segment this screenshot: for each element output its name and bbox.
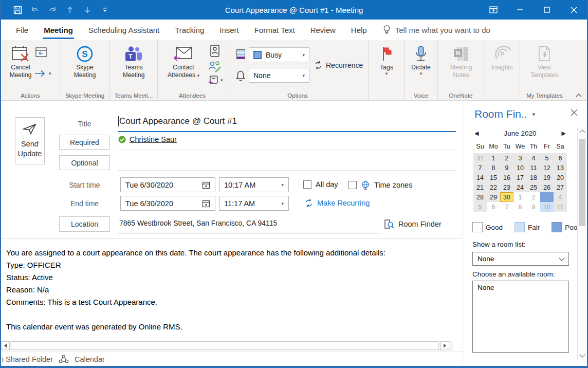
customize-qat-icon[interactable]	[100, 5, 110, 15]
collapse-ribbon-icon[interactable]	[576, 93, 582, 97]
save-icon[interactable]	[12, 5, 23, 15]
move-down-icon[interactable]	[82, 5, 93, 15]
start-time-input[interactable]: 10:17 AM ▾	[219, 177, 289, 192]
calendar-day[interactable]: 29	[487, 192, 500, 202]
ribbon-tab[interactable]: Review	[303, 20, 343, 40]
calendar-day[interactable]: 10	[540, 202, 554, 212]
check-names-icon[interactable]	[208, 60, 222, 73]
panel-dropdown-caret[interactable]: ▾	[532, 112, 536, 116]
calendar-day[interactable]: 22	[487, 182, 500, 192]
send-update-button[interactable]: SendUpdate	[15, 117, 45, 164]
message-body[interactable]: You are assigned to a court appearance o…	[1, 240, 462, 340]
calendar-day[interactable]: 28	[473, 192, 487, 202]
dictate-button[interactable]: Dictate ▾	[407, 44, 435, 76]
calendar-day[interactable]: 19	[540, 173, 554, 182]
scroll-left-icon[interactable]	[1, 341, 10, 350]
room-finder-button[interactable]: Room Finder	[384, 216, 442, 232]
next-month-icon[interactable]: ▶	[561, 130, 567, 137]
calendar-day[interactable]: 8	[487, 163, 500, 173]
optional-button[interactable]: Optional	[59, 155, 110, 170]
calendar-day[interactable]: 3	[513, 153, 527, 163]
calendar-day[interactable]: 9	[500, 163, 513, 173]
skype-meeting-button[interactable]: S Skype Meeting	[66, 44, 103, 79]
all-day-checkbox[interactable]: All day	[303, 180, 338, 189]
calendar-day[interactable]: 16	[500, 173, 513, 182]
attendee-link[interactable]: Christine Saur	[130, 135, 177, 143]
calendar-day[interactable]: 27	[554, 182, 567, 192]
title-field[interactable]: Court Appearance @ Court #1	[118, 116, 237, 126]
all-day-box[interactable]	[303, 180, 311, 189]
room-list-dropdown[interactable]: None	[472, 252, 569, 266]
response-options-button[interactable]: ▾	[208, 75, 223, 85]
tags-button[interactable]: Tags ▾	[373, 44, 400, 76]
calendar-day[interactable]: 2	[500, 153, 513, 163]
teams-meeting-button[interactable]: T Teams Meeting	[115, 44, 152, 79]
ribbon-tab[interactable]: Format Text	[247, 20, 303, 40]
address-book-icon[interactable]	[209, 44, 220, 58]
calendar-day[interactable]: 2	[527, 192, 540, 202]
calendar-day[interactable]: 8	[513, 202, 527, 212]
calendar-day[interactable]: 14	[473, 173, 487, 182]
make-recurring-link[interactable]: Make Recurring	[304, 198, 370, 208]
cancel-meeting-button[interactable]: Cancel Meeting	[4, 44, 37, 79]
time-zones-checkbox[interactable]: Time zones	[348, 180, 412, 190]
end-time-input[interactable]: 11:17 AM ▾	[219, 196, 289, 211]
calendar-day[interactable]: 7	[500, 202, 513, 212]
panel-scroll-thumb[interactable]	[579, 139, 585, 226]
location-button[interactable]: Location	[59, 216, 110, 232]
calendar-day[interactable]: 11	[554, 202, 567, 212]
calendar-day[interactable]: 25	[527, 182, 540, 192]
available-rooms-listbox[interactable]: None	[472, 281, 569, 353]
ribbon-tab[interactable]: Insert	[212, 20, 247, 40]
contact-attendees-button[interactable]: Contact Attendees ▾	[163, 44, 204, 79]
scroll-right-icon[interactable]	[440, 341, 449, 350]
calendar-day[interactable]: 1	[513, 192, 527, 202]
calendar-day[interactable]: 3	[540, 192, 554, 202]
calendar-day[interactable]: 18	[527, 173, 540, 182]
ribbon-tab[interactable]: Help	[343, 20, 375, 40]
calendar-day[interactable]: 5	[540, 153, 554, 163]
show-as-dropdown[interactable]: Busy ▾	[249, 47, 309, 62]
start-date-input[interactable]: Tue 6/30/2020	[120, 177, 215, 192]
location-field[interactable]: 7865 Westbrook Street, San Francisco, CA…	[119, 218, 277, 227]
date-picker-icon[interactable]	[202, 199, 210, 208]
close-button[interactable]	[560, 0, 587, 20]
calendar-day[interactable]: 17	[513, 173, 527, 182]
maximize-button[interactable]	[534, 0, 560, 20]
time-zones-box[interactable]	[348, 181, 357, 189]
calendar-day[interactable]: 9	[527, 202, 540, 212]
ribbon-display-options-icon[interactable]	[480, 0, 507, 20]
ribbon-tab[interactable]: Tracking	[167, 20, 212, 40]
calendar-day[interactable]: 7	[473, 163, 487, 173]
calendar-day[interactable]: 12	[540, 163, 554, 173]
calendar-day[interactable]: 11	[527, 163, 540, 173]
required-button[interactable]: Required	[59, 135, 110, 150]
scroll-down-icon[interactable]	[579, 352, 585, 357]
prev-month-icon[interactable]: ◀	[473, 130, 480, 137]
calendar-small-button[interactable]	[35, 46, 48, 59]
room-finder-title[interactable]: Room Fin.. ▾	[474, 108, 535, 120]
ribbon-tab[interactable]: Meeting	[36, 20, 81, 40]
panel-close-icon[interactable]	[571, 109, 578, 116]
calendar-day[interactable]: 20	[554, 173, 567, 182]
calendar-day[interactable]: 30	[500, 192, 513, 202]
calendar-day[interactable]: 4	[527, 153, 540, 163]
date-picker-icon[interactable]	[202, 181, 210, 189]
calendar-day[interactable]: 23	[500, 182, 513, 192]
calendar-day[interactable]: 6	[487, 202, 500, 212]
calendar-day[interactable]: 15	[487, 173, 500, 182]
calendar-day[interactable]: 31	[473, 153, 487, 163]
redo-icon[interactable]	[47, 5, 58, 15]
forward-button[interactable]: ▾	[34, 70, 51, 77]
tell-me-box[interactable]: Tell me what you want to do	[383, 20, 490, 40]
reminder-dropdown[interactable]: None ▾	[249, 68, 309, 83]
available-room-item[interactable]: None	[477, 284, 494, 291]
panel-scrollbar[interactable]	[577, 127, 586, 360]
horizontal-scrollbar[interactable]	[1, 341, 453, 351]
move-up-icon[interactable]	[65, 5, 75, 15]
calendar-day[interactable]: 4	[554, 192, 567, 202]
end-date-input[interactable]: Tue 6/30/2020	[120, 196, 215, 211]
calendar-day[interactable]: 21	[473, 182, 487, 192]
calendar-day[interactable]: 6	[554, 153, 567, 163]
recurrence-button[interactable]: Recurrence	[314, 61, 363, 70]
